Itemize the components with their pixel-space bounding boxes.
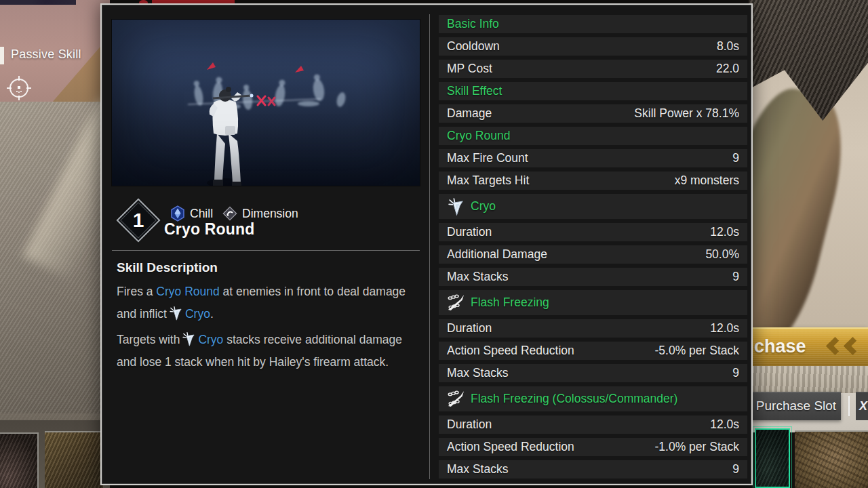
stat-section-header: Flash Freezing: [439, 290, 747, 315]
stat-row: Duration12.0s: [439, 223, 747, 241]
tag-label: Dimension: [242, 207, 298, 221]
skill-detail-panel: 1 Chill Dimension Cryo Round: [100, 3, 753, 485]
stat-label: Basic Info: [447, 17, 499, 31]
stat-label: Duration: [447, 225, 492, 239]
skill-preview-image: [112, 20, 420, 186]
skill-name: Cryo Round: [164, 220, 255, 239]
stat-value: -5.0% per Stack: [655, 344, 740, 358]
stat-label: Cryo: [471, 199, 496, 214]
purchase-banner: chase: [749, 327, 868, 366]
stat-label: Max Stacks: [447, 462, 508, 476]
stat-label: Max Targets Hit: [447, 174, 529, 188]
stat-value: Skill Power x 78.1%: [634, 106, 739, 121]
stat-row: Max Stacks9: [439, 268, 747, 286]
column-divider: [429, 14, 430, 479]
side-button-glyph: X: [859, 399, 867, 413]
keyword-link: Cryo: [198, 333, 223, 346]
stat-row: Additional Damage50.0%: [439, 245, 747, 264]
stat-row: DamageSkill Power x 78.1%: [439, 104, 747, 123]
module-card[interactable]: [45, 431, 103, 488]
stat-value: 9: [732, 462, 739, 476]
skill-level: 1: [133, 209, 144, 232]
stat-value: -1.0% per Stack: [655, 440, 740, 454]
cryo-icon: [169, 306, 183, 321]
tag-label: Chill: [190, 207, 213, 221]
stat-value: 9: [732, 151, 739, 165]
description-text: Fires a: [117, 285, 156, 298]
keyword-link: Cryo Round: [156, 285, 219, 298]
stat-label: Action Speed Reduction: [447, 344, 574, 358]
skill-level-badge: 1: [119, 201, 157, 239]
stat-label: Duration: [447, 418, 492, 432]
module-card[interactable]: [0, 432, 39, 488]
stat-label: Damage: [447, 106, 492, 121]
passive-skill-marker: [0, 47, 4, 64]
background-fabric-strip: [749, 366, 868, 393]
skill-description-title: Skill Description: [117, 260, 218, 275]
game-screen: Passive Skill chase Purchase Slot X: [0, 0, 868, 488]
stat-section-header: Skill Effect: [439, 82, 747, 100]
description-text: .: [210, 307, 214, 321]
stat-row: Action Speed Reduction-1.0% per Stack: [439, 438, 747, 456]
skill-description-paragraph: Fires a Cryo Round at enemies in front t…: [117, 281, 418, 325]
button-separator: [848, 396, 850, 416]
slot-card-selected[interactable]: [755, 428, 790, 488]
stat-value: 12.0s: [710, 418, 739, 432]
stat-value: 9: [732, 366, 739, 380]
crosshair-icon: [4, 73, 34, 103]
stat-value: x9 monsters: [675, 174, 739, 188]
stat-row: Cooldown8.0s: [439, 37, 747, 56]
stat-label: Flash Freezing: [471, 296, 549, 310]
purchase-slot-button[interactable]: Purchase Slot: [751, 392, 841, 420]
description-text: Targets with: [117, 333, 180, 346]
stat-row: Max Stacks9: [439, 460, 747, 479]
stat-section-header: Cryo: [439, 194, 747, 219]
cropped-header-text: [0, 0, 76, 5]
chill-icon: [170, 205, 185, 222]
stat-section-header: Flash Freezing (Colossus/Commander): [439, 386, 747, 411]
stat-value: 12.0s: [710, 321, 739, 336]
stat-label: Max Stacks: [447, 270, 508, 284]
slot-card-portrait[interactable]: [795, 430, 868, 488]
stat-row: Duration12.0s: [439, 319, 747, 338]
side-button[interactable]: X: [856, 392, 868, 420]
cryo-icon: [447, 197, 465, 216]
stat-value: 8.0s: [717, 39, 739, 54]
flash-freezing-icon: [447, 390, 465, 408]
stat-label: Cryo Round: [447, 129, 510, 143]
tag-chill: Chill: [170, 205, 213, 222]
stat-row: MP Cost22.0: [439, 60, 747, 78]
stat-row: Action Speed Reduction-5.0% per Stack: [439, 342, 747, 360]
stat-label: Action Speed Reduction: [447, 440, 574, 454]
purchase-banner-text: chase: [754, 336, 806, 357]
stat-row: Max Stacks9: [439, 364, 747, 382]
stat-value: 22.0: [716, 62, 739, 76]
stat-section-header: Cryo Round: [439, 127, 747, 145]
keyword-link: Cryo: [185, 307, 210, 321]
cryo-icon: [182, 331, 196, 346]
stat-row: Duration12.0s: [439, 415, 747, 434]
purchase-slot-label: Purchase Slot: [756, 399, 836, 413]
stat-label: Max Stacks: [447, 366, 508, 380]
dimension-icon: [222, 206, 237, 221]
stat-label: Skill Effect: [447, 84, 502, 98]
tag-dimension: Dimension: [222, 206, 298, 221]
chevron-left-icon: [826, 337, 844, 355]
skill-stats-table: Basic InfoCooldown8.0sMP Cost22.0Skill E…: [439, 15, 747, 479]
stat-label: MP Cost: [447, 62, 492, 76]
passive-skill-label: Passive Skill: [11, 47, 81, 62]
skill-description: Fires a Cryo Round at enemies in front t…: [117, 281, 418, 377]
skill-description-paragraph: Targets withCryo stacks receive addition…: [117, 329, 418, 373]
stat-label: Additional Damage: [447, 247, 547, 262]
stat-label: Max Fire Count: [447, 151, 528, 165]
stat-row: Max Targets Hitx9 monsters: [439, 171, 747, 190]
stat-value: 12.0s: [710, 225, 739, 239]
stat-label: Cooldown: [447, 39, 500, 54]
stat-label: Flash Freezing (Colossus/Commander): [471, 392, 677, 406]
background-right: chase Purchase Slot X: [749, 0, 868, 488]
flash-freezing-icon: [447, 293, 465, 312]
stat-value: 9: [732, 270, 739, 284]
stat-section-header: Basic Info: [439, 15, 747, 33]
stat-value: 50.0%: [705, 247, 739, 262]
stat-label: Duration: [447, 321, 492, 336]
